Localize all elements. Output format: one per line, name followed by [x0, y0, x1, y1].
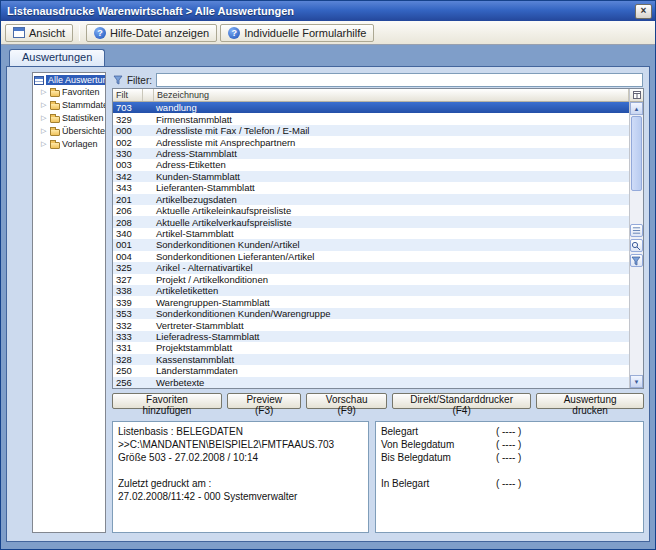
toolbar-button-ansicht[interactable]: Ansicht: [5, 24, 73, 42]
row-bezeichnung: Länderstammdaten: [154, 365, 629, 376]
tree-item-stammdaten[interactable]: ▷Stammdaten: [34, 98, 104, 111]
expander-icon[interactable]: ▷: [41, 127, 48, 135]
column-options-button[interactable]: [630, 89, 643, 102]
search-icon[interactable]: [630, 239, 643, 252]
belegart-row: Bis Belegdatum( ---- ): [381, 451, 638, 464]
row-bezeichnung: Projekt / Artikelkonditionen: [154, 274, 629, 285]
row-filter-nr: 000: [113, 125, 143, 136]
row-filter-nr: 332: [113, 320, 143, 331]
table-row[interactable]: 342Kunden-Stammblatt: [113, 171, 629, 182]
table-row[interactable]: 000Adressliste mit Fax / Telefon / E-Mai…: [113, 125, 629, 136]
table-row[interactable]: 340Artikel-Stammblatt: [113, 228, 629, 239]
belegart-label: Von Belegdatum: [381, 438, 496, 451]
table-row[interactable]: 003Adress-Etiketten: [113, 159, 629, 170]
action-button-favoriten-hinzufuegen[interactable]: Favoriten hinzufügen: [112, 393, 222, 409]
filter-icon: [113, 75, 123, 85]
belegart-label: Bis Belegdatum: [381, 451, 496, 464]
row-bezeichnung: Adressliste mit Fax / Telefon / E-Mail: [154, 125, 629, 136]
tree-item-label: Übersichten: [62, 126, 106, 136]
table-row[interactable]: 250Länderstammdaten: [113, 365, 629, 376]
belegart-panel: Belegart( ---- )Von Belegdatum( ---- )Bi…: [375, 421, 644, 533]
table-row[interactable]: 327Projekt / Artikelkonditionen: [113, 274, 629, 285]
table-row[interactable]: 325Arikel - Alternativartikel: [113, 262, 629, 273]
table-row[interactable]: 339Warengruppen-Stammblatt: [113, 296, 629, 307]
action-button-direkt-standarddrucker-f4[interactable]: Direkt/Standarddrucker (F4): [392, 393, 531, 409]
info-line: Zuletzt gedruckt am :: [118, 477, 363, 490]
row-filter-nr: 208: [113, 217, 143, 228]
expander-icon[interactable]: ▷: [41, 88, 48, 96]
action-button-preview-f3[interactable]: Preview (F3): [227, 393, 302, 409]
info-line-spacer: [118, 464, 363, 477]
action-button-auswertung-drucken[interactable]: Auswertung drucken: [536, 393, 644, 409]
table-row[interactable]: 343Lieferanten-Stammblatt: [113, 182, 629, 193]
row-filter-nr: 327: [113, 274, 143, 285]
grip-icon[interactable]: [630, 224, 643, 237]
file-info-lines: Listenbasis : BELEGDATEN>>C:\MANDANTEN\B…: [118, 425, 363, 503]
row-filter-nr: 325: [113, 262, 143, 273]
table-row[interactable]: 002Adressliste mit Ansprechpartnern: [113, 136, 629, 147]
row-bezeichnung: Firmenstammblatt: [154, 114, 629, 125]
tab-auswertungen[interactable]: Auswertungen: [9, 49, 105, 66]
row-filter-nr: 331: [113, 342, 143, 353]
table-row[interactable]: 338Artikeletiketten: [113, 285, 629, 296]
filter-icon[interactable]: [630, 254, 643, 267]
expander-icon[interactable]: ▷: [41, 140, 48, 148]
table-row[interactable]: 328Kassenstammblatt: [113, 354, 629, 365]
tree-panel: Alle Auswertungen ▷Favoriten▷Stammdaten▷…: [32, 72, 106, 533]
close-button[interactable]: ×: [635, 4, 652, 19]
tree-item-uebersichten[interactable]: ▷Übersichten: [34, 124, 104, 137]
tree-item-favoriten[interactable]: ▷Favoriten: [34, 85, 104, 98]
tree-item-alle-auswertungen[interactable]: Alle Auswertungen: [34, 75, 104, 85]
scroll-down-arrow[interactable]: ▼: [630, 375, 643, 388]
report-table: Filt Bezeichnung 703wandlung329Firmensta…: [112, 88, 644, 389]
scroll-thumb[interactable]: [631, 116, 642, 191]
row-bezeichnung: Adress-Stammblatt: [154, 148, 629, 159]
side-tools: [629, 224, 643, 267]
view-icon: [13, 27, 25, 38]
report-table-body: 703wandlung329Firmenstammblatt000Adressl…: [113, 102, 629, 388]
expander-icon[interactable]: ▷: [41, 114, 48, 122]
row-filter-nr: 206: [113, 205, 143, 216]
table-row[interactable]: 333Lieferadress-Stammblatt: [113, 331, 629, 342]
scroll-up-arrow[interactable]: ▲: [630, 102, 643, 115]
row-bezeichnung: Projektstammblatt: [154, 342, 629, 353]
table-row[interactable]: 329Firmenstammblatt: [113, 113, 629, 124]
column-header-icon[interactable]: [143, 89, 154, 101]
filter-input[interactable]: [156, 73, 643, 87]
table-row[interactable]: 256Werbetexte: [113, 377, 629, 388]
toolbar-button-individuelle-formularhilfe[interactable]: ?Individuelle Formularhilfe: [220, 24, 374, 42]
column-header-bezeichnung[interactable]: Bezeichnung: [154, 89, 629, 101]
column-header-filt[interactable]: Filt: [113, 89, 143, 101]
row-filter-nr: 340: [113, 228, 143, 239]
row-filter-nr: 333: [113, 331, 143, 342]
reports-icon: [34, 76, 44, 85]
file-info-panel: Listenbasis : BELEGDATEN>>C:\MANDANTEN\B…: [112, 421, 369, 533]
table-row[interactable]: 201Artikelbezugsdaten: [113, 194, 629, 205]
row-bezeichnung: Kunden-Stammblatt: [154, 171, 629, 182]
row-filter-nr: 002: [113, 137, 143, 148]
expander-icon[interactable]: ▷: [41, 101, 48, 109]
table-row[interactable]: 332Vertreter-Stammblatt: [113, 319, 629, 330]
tree-item-label: Vorlagen: [62, 139, 98, 149]
action-button-vorschau-f9[interactable]: Vorschau (F9): [306, 393, 386, 409]
belegart-label: In Belegart: [381, 477, 496, 490]
table-row[interactable]: 331Projektstammblatt: [113, 342, 629, 353]
row-filter-nr: 339: [113, 297, 143, 308]
table-row[interactable]: 208Aktuelle Artikelverkaufspreisliste: [113, 216, 629, 227]
toolbar-button-hilfe-datei-anzeigen[interactable]: ?Hilfe-Datei anzeigen: [86, 24, 217, 42]
row-filter-nr: 703: [113, 102, 143, 113]
tree-item-statistiken[interactable]: ▷Statistiken: [34, 111, 104, 124]
table-row[interactable]: 353Sonderkonditionen Kunden/Warengruppe: [113, 308, 629, 319]
table-row[interactable]: 001Sonderkonditionen Kunden/Artikel: [113, 239, 629, 250]
row-filter-nr: 003: [113, 159, 143, 170]
tree-item-vorlagen[interactable]: ▷Vorlagen: [34, 137, 104, 150]
belegart-row: In Belegart( ---- ): [381, 477, 638, 490]
scroll-track[interactable]: [630, 192, 643, 375]
table-row[interactable]: 703wandlung: [113, 102, 629, 113]
table-row[interactable]: 206Aktuelle Artikeleinkaufspreisliste: [113, 205, 629, 216]
table-row[interactable]: 004Sonderkonditionen Lieferanten/Artikel: [113, 251, 629, 262]
row-filter-nr: 330: [113, 148, 143, 159]
content-panel: Alle Auswertungen ▷Favoriten▷Stammdaten▷…: [6, 66, 650, 542]
table-row[interactable]: 330Adress-Stammblatt: [113, 148, 629, 159]
info-line: 27.02.2008/11:42 - 000 Systemverwalter: [118, 490, 363, 503]
